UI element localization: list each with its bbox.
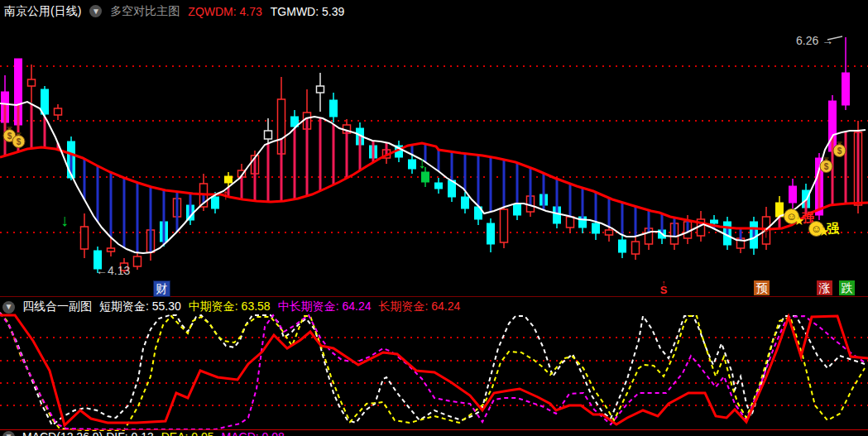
signal-s-badge[interactable]: ↑S	[658, 280, 669, 295]
buy-arrow-icon: ↑	[222, 187, 229, 202]
svg-text:$: $	[17, 137, 22, 146]
macd-value: MACD: 0.08	[222, 430, 285, 436]
macd-footer: ▼ MACD(12,26,9) DIF: 0.13 DEA: 0.05 MACD…	[2, 430, 285, 436]
mid-term-fund-value: 中期资金: 63.58	[189, 299, 271, 314]
forecast-badge[interactable]: 预	[754, 280, 770, 295]
buy-arrow-icon: ↑	[762, 225, 770, 240]
high-price-annotation: 6.26 →	[796, 35, 833, 46]
macd-dif-value: MACD(12,26,9) DIF: 0.13	[22, 430, 154, 436]
long-term-fund-value: 长期资金: 64.24	[378, 299, 460, 314]
stock-app-window: 南京公用(日线) ▼ 多空对比主图 ZQWDM: 4.73 TGMWD: 5.3…	[0, 0, 868, 436]
svg-text:$: $	[837, 146, 842, 156]
chart-canvas	[0, 0, 868, 436]
fall-badge[interactable]: 跌	[839, 280, 855, 295]
sell-arrow-icon: ↓	[418, 154, 426, 170]
sub-indicator-name[interactable]: 四线合一副图	[22, 299, 92, 314]
sell-arrow-icon: ↓	[60, 212, 69, 228]
rise-badge[interactable]: 涨	[817, 280, 832, 295]
macd-dea-value: DEA: 0.05	[161, 430, 214, 436]
svg-text:$: $	[824, 162, 829, 171]
short-term-fund-value: 短期资金: 55.30	[99, 299, 181, 314]
sub-chart-header: ▼ 四线合一副图 短期资金: 55.30 中期资金: 63.58 中长期资金: …	[2, 299, 460, 314]
panel-separator	[0, 296, 868, 297]
chevron-down-icon[interactable]: ▼	[2, 431, 15, 436]
mid-long-term-fund-value: 中长期资金: 64.24	[278, 299, 372, 314]
chevron-down-icon[interactable]: ▼	[2, 301, 15, 314]
strong-label-yellow: 强	[827, 222, 839, 234]
low-price-annotation: ←4.13	[96, 265, 130, 276]
finance-report-badge[interactable]: 财	[153, 280, 170, 297]
